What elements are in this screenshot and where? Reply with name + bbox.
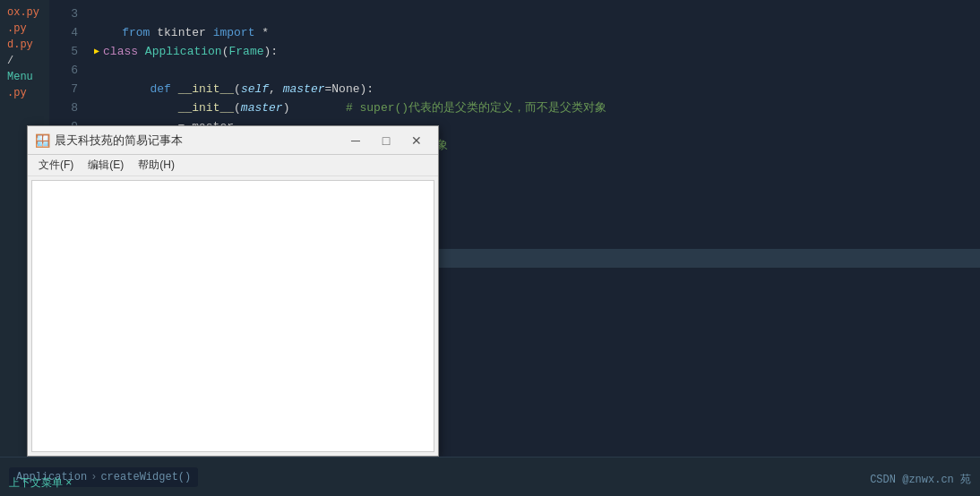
tkinter-menubar: 文件(F) 编辑(E) 帮助(H) [28,155,438,176]
tkinter-close-button[interactable]: ✕ [402,129,431,152]
tkinter-maximize-button[interactable]: □ [372,129,400,152]
debug-arrow-icon: ▶ [94,42,99,61]
status-bar: Application › createWidget() CSDN @znwx.… [0,457,980,496]
status-right-text: CSDN @znwx.cn 苑 [870,472,971,487]
tkinter-content-area[interactable] [31,180,434,452]
tk-menu-edit[interactable]: 编辑(E) [81,156,131,175]
tkinter-titlebar[interactable]: 🪟 晨天科技苑的简易记事本 ─ □ ✕ [28,126,438,155]
tk-menu-file[interactable]: 文件(F) [31,156,81,175]
file-item-menu[interactable]: Menu [0,69,49,85]
tkinter-title-text: 晨天科技苑的简易记事本 [55,133,341,149]
tk-menu-help[interactable]: 帮助(H) [131,156,182,175]
code-line-8: __init__ ( master ) # super()代表的是父类的定义，而… [85,98,980,117]
tkinter-minimize-button[interactable]: ─ [341,129,370,152]
file-item[interactable]: .py [0,85,49,101]
code-line-6 [85,61,980,80]
tkinter-title-icon: 🪟 [35,133,49,148]
breadcrumb-separator: › [90,471,97,483]
tkinter-window[interactable]: 🪟 晨天科技苑的简易记事本 ─ □ ✕ 文件(F) 编辑(E) 帮助(H) [27,125,439,457]
code-line-5: ▶ class Application ( Frame ): [85,42,980,61]
bottom-prev-label[interactable]: 上下文菜单 × [9,475,72,491]
file-item[interactable]: ox.py [0,4,49,21]
tkinter-controls: ─ □ ✕ [341,129,431,152]
file-item[interactable]: d.py [0,37,49,53]
breadcrumb-method: createWidget() [100,471,191,483]
code-line-3 [85,4,980,23]
file-item[interactable]: .py [0,21,49,37]
code-line-4: from tkinter import * [85,23,980,42]
file-item: / [0,53,49,69]
code-line-7: def __init__ ( self , master =None): [85,80,980,98]
